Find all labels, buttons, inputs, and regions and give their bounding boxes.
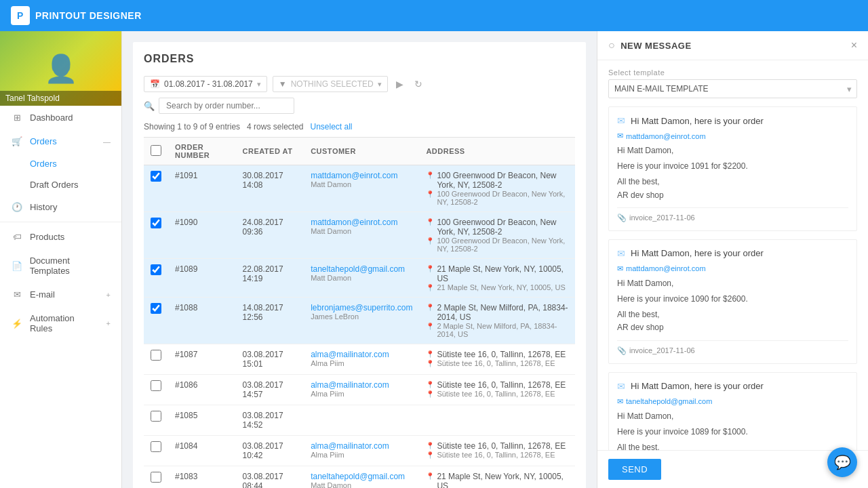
row-customer: alma@mailinator.com Alma Piim xyxy=(304,436,419,466)
row-email: alma@mailinator.com xyxy=(311,441,412,451)
message-attachment: 📎 invoice_2017-11-06 xyxy=(617,207,848,222)
row-checkbox-cell xyxy=(144,298,168,344)
row-email: lebronjames@superrito.com xyxy=(311,303,412,312)
sidebar-item-orders[interactable]: 🛒 Orders — xyxy=(0,129,121,153)
location-icon-2: 📍 xyxy=(426,451,434,459)
chat-bubble-icon: 💬 xyxy=(834,454,851,470)
row-checkbox[interactable] xyxy=(151,264,161,275)
row-customer: mattdamon@einrot.com Matt Damon xyxy=(304,165,419,212)
msg-line1: Hi Matt Damon, xyxy=(617,144,848,157)
sidebar-item-label: Dashboard xyxy=(30,113,73,123)
msg-line2: Here is your invoice 1090 for $2600. xyxy=(617,293,848,306)
row-address: 📍Sütiste tee 16, 0, Tallinn, 12678, EE 📍… xyxy=(419,375,575,405)
row-address-line1: 📍Sütiste tee 16, 0, Tallinn, 12678, EE xyxy=(426,350,568,359)
row-address-line2: 📍100 Greenwood Dr Beacon, New York, NY, … xyxy=(426,237,568,253)
row-address: 📍100 Greenwood Dr Beacon, New York, NY, … xyxy=(419,165,575,212)
orders-tbody: #1091 30.08.2017 14:08 mattdamon@einrot.… xyxy=(144,165,575,489)
email-addr: mattdamon@einrot.com xyxy=(626,132,706,140)
topbar: P PRINTOUT DESIGNER xyxy=(0,0,868,31)
location-icon: 📍 xyxy=(426,442,434,449)
message-body: Hi Matt Damon, Here is your invoice 1089… xyxy=(617,410,848,451)
row-customer-name: Alma Piim xyxy=(311,359,412,367)
row-order-num: #1090 xyxy=(168,212,236,259)
row-created-at: 03.08.2017 10:42 xyxy=(236,436,304,466)
sidebar-divider-1 xyxy=(0,222,121,222)
new-message-panel: ○ NEW MESSAGE × Select template MAIN E-M… xyxy=(597,31,868,488)
message-title: Hi Matt Damon, here is your order xyxy=(631,248,764,258)
sidebar-item-products[interactable]: 🏷 Products xyxy=(0,225,121,249)
row-created-at: 30.08.2017 14:08 xyxy=(236,165,304,212)
row-checkbox[interactable] xyxy=(151,303,161,314)
history-icon: 🕐 xyxy=(11,202,23,212)
status-filter[interactable]: ▼ NOTHING SELECTED ▾ xyxy=(273,76,388,92)
sidebar-item-label: Automation Rules xyxy=(30,313,100,333)
table-row: #1090 24.08.2017 09:36 mattdamon@einrot.… xyxy=(144,212,575,259)
row-checkbox[interactable] xyxy=(151,171,161,182)
app-name: PRINTOUT DESIGNER xyxy=(35,10,142,21)
main-content: ORDERS 📅 01.08.2017 - 31.08.2017 ▾ ▼ NOT… xyxy=(122,31,597,488)
location-icon: 📍 xyxy=(426,171,434,179)
refresh-button[interactable]: ↻ xyxy=(412,76,425,92)
addr-text-1: Sütiste tee 16, 0, Tallinn, 12678, EE xyxy=(437,380,566,390)
sidebar-item-email[interactable]: ✉ E-mail + xyxy=(0,283,121,306)
sidebar-item-automation-rules[interactable]: ⚡ Automation Rules + xyxy=(0,306,121,340)
row-checkbox[interactable] xyxy=(151,472,161,483)
panel-footer: SEND xyxy=(597,450,868,488)
addr-text-1: Sütiste tee 16, 0, Tallinn, 12678, EE xyxy=(437,350,566,359)
msg-line4: AR dev shop xyxy=(617,189,848,202)
panel-title-text: NEW MESSAGE xyxy=(620,41,691,51)
row-checkbox[interactable] xyxy=(151,350,161,361)
sidebar-sub-item-orders[interactable]: Orders xyxy=(30,153,121,174)
search-input[interactable] xyxy=(159,98,294,114)
sidebar-item-history[interactable]: 🕐 History xyxy=(0,195,121,219)
row-address xyxy=(419,405,575,436)
chat-bubble[interactable]: 💬 xyxy=(827,447,857,477)
message-card-header: ✉ Hi Matt Damon, here is your order xyxy=(617,115,848,126)
sidebar-item-label: Orders xyxy=(30,136,57,146)
col-order-number: ORDER NUMBER xyxy=(168,138,236,165)
row-address: 📍Sütiste tee 16, 0, Tallinn, 12678, EE 📍… xyxy=(419,344,575,375)
location-icon-2: 📍 xyxy=(426,390,434,398)
row-address: 📍21 Maple St, New York, NY, 10005, US 📍2… xyxy=(419,466,575,489)
row-customer: mattdamon@einrot.com Matt Damon xyxy=(304,212,419,259)
email-addr: taneltahepold@gmail.com xyxy=(626,397,712,405)
status-filter-value: NOTHING SELECTED xyxy=(291,79,374,89)
row-address-line1: 📍Sütiste tee 16, 0, Tallinn, 12678, EE xyxy=(426,380,568,390)
row-checkbox-cell xyxy=(144,436,168,466)
sidebar-item-document-templates[interactable]: 📄 Document Templates xyxy=(0,249,121,283)
table-row: #1083 03.08.2017 08:44 taneltahepold@gma… xyxy=(144,466,575,489)
msg-line4: AR dev shop xyxy=(617,321,848,334)
sidebar-sub-item-draft-orders[interactable]: Draft Orders xyxy=(30,174,121,195)
table-row: #1086 03.08.2017 14:57 alma@mailinator.c… xyxy=(144,375,575,405)
unselect-all-top[interactable]: Unselect all xyxy=(311,122,353,131)
send-button[interactable]: SEND xyxy=(608,459,661,480)
panel-close-button[interactable]: × xyxy=(851,39,857,52)
row-created-at: 24.08.2017 09:36 xyxy=(236,212,304,259)
row-email: taneltahepold@gmail.com xyxy=(311,264,412,274)
row-checkbox-cell xyxy=(144,212,168,259)
filters-row: 📅 01.08.2017 - 31.08.2017 ▾ ▼ NOTHING SE… xyxy=(144,76,575,114)
location-icon: 📍 xyxy=(426,381,434,388)
user-name-label: Tanel Tahspold xyxy=(0,91,121,106)
row-address-line2: 📍Sütiste tee 16, 0, Tallinn, 12678, EE xyxy=(426,359,568,367)
location-icon-2: 📍 xyxy=(426,190,434,198)
table-row: #1084 03.08.2017 10:42 alma@mailinator.c… xyxy=(144,436,575,466)
filter-apply-button[interactable]: ▶ xyxy=(393,76,406,92)
row-checkbox[interactable] xyxy=(151,411,161,422)
sidebar-item-label: E-mail xyxy=(30,289,55,300)
row-checkbox[interactable] xyxy=(151,380,161,391)
select-all-checkbox[interactable] xyxy=(151,145,161,156)
date-range-filter[interactable]: 📅 01.08.2017 - 31.08.2017 ▾ xyxy=(144,76,267,92)
table-header-row: ORDER NUMBER CREATED AT CUSTOMER ADDRESS xyxy=(144,138,575,165)
row-created-at: 03.08.2017 15:01 xyxy=(236,344,304,375)
row-customer-name: Matt Damon xyxy=(311,180,412,188)
row-checkbox[interactable] xyxy=(151,218,161,228)
row-checkbox-cell xyxy=(144,375,168,405)
row-customer: taneltahepold@gmail.com Matt Damon xyxy=(304,259,419,298)
addr-text-2: 100 Greenwood Dr Beacon, New York, NY, 1… xyxy=(437,190,568,206)
template-select[interactable]: MAIN E-MAIL TEMPLATE xyxy=(608,79,857,98)
email-small-icon: ✉ xyxy=(617,264,623,273)
row-checkbox[interactable] xyxy=(151,441,161,452)
sidebar-item-dashboard[interactable]: ⊞ Dashboard xyxy=(0,106,121,129)
row-email: alma@mailinator.com xyxy=(311,380,412,390)
